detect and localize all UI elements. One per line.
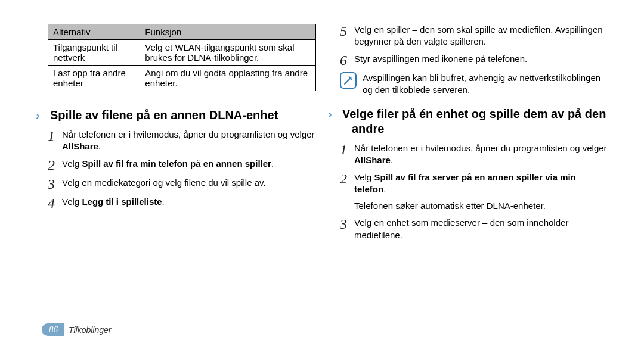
th-alternativ: Alternativ	[48, 24, 140, 40]
step-number: 4	[48, 196, 62, 210]
step: 3 Velg en mediekategori og velg filene d…	[48, 177, 316, 191]
step: 1 Når telefonen er i hvilemodus, åpner d…	[340, 142, 608, 167]
note-text: Avspillingen kan bli bufret, avhengig av…	[363, 72, 608, 96]
section-title-left: ›Spille av filene på en annen DLNA-enhet	[48, 108, 316, 123]
step-number: 5	[340, 24, 354, 48]
step: 2 Velg Spill av fil fra server på en ann…	[340, 172, 608, 196]
options-table: Alternativ Funksjon Tilgangspunkt til ne…	[48, 24, 316, 91]
step: 2 Velg Spill av fil fra min telefon på e…	[48, 158, 316, 172]
step-number: 2	[48, 158, 62, 172]
table-row: Tilgangspunkt til nettverk Velg et WLAN-…	[48, 40, 316, 66]
step: 1 Når telefonen er i hvilemodus, åpner d…	[48, 129, 316, 153]
step: 4 Velg Legg til i spilleliste.	[48, 196, 316, 210]
footer-section: Tilkoblinger	[69, 325, 111, 335]
step-number: 3	[48, 177, 62, 191]
step-number: 3	[340, 217, 354, 241]
step-number: 2	[340, 172, 354, 196]
step: 3 Velg en enhet som medieserver – den so…	[340, 217, 608, 241]
sub-note: Telefonen søker automatisk etter DLNA-en…	[354, 200, 608, 212]
note-icon	[340, 72, 357, 89]
th-funksjon: Funksjon	[140, 24, 316, 40]
step-number: 6	[340, 53, 354, 67]
step-number: 1	[340, 142, 354, 167]
table-row: Last opp fra andre enheter Angi om du vi…	[48, 66, 316, 91]
section-title-right: ›Velge filer på én enhet og spille dem a…	[340, 107, 608, 136]
step-number: 1	[48, 129, 62, 153]
step: 5 Velg en spiller – den som skal spille …	[340, 24, 608, 48]
footer: 86 Tilkoblinger	[42, 323, 111, 336]
note: Avspillingen kan bli bufret, avhengig av…	[340, 72, 608, 96]
page-number: 86	[42, 323, 64, 336]
right-column: 5 Velg en spiller – den som skal spille …	[340, 24, 608, 246]
left-column: Alternativ Funksjon Tilgangspunkt til ne…	[48, 24, 316, 246]
step: 6 Styr avspillingen med ikonene på telef…	[340, 53, 608, 67]
